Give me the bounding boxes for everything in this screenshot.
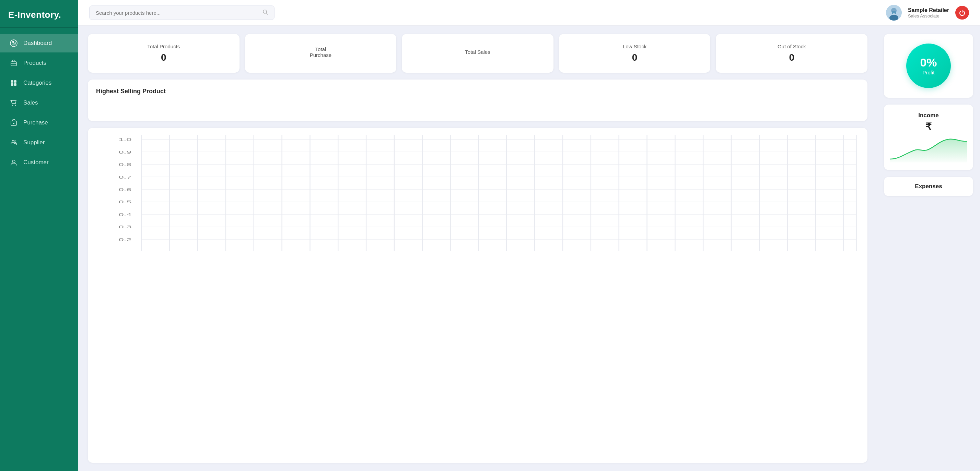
svg-text:0.6: 0.6: [118, 187, 131, 192]
sidebar-label-purchase: Purchase: [23, 119, 48, 126]
chart-container: 1.0 0.9 0.8 0.7 0.6 0.5 0.4 0.3 0.2: [95, 135, 861, 258]
svg-point-12: [14, 141, 16, 143]
user-role: Sales Associate: [908, 13, 949, 19]
svg-point-13: [12, 160, 15, 163]
content-area: Total Products 0 Total Purchase Total Sa…: [78, 26, 980, 471]
stat-card-low-stock: Low Stock 0: [559, 34, 711, 73]
sales-icon: [10, 99, 18, 106]
profit-label: Profit: [922, 70, 934, 75]
sidebar-item-customer[interactable]: Customer: [0, 153, 78, 172]
stat-cards: Total Products 0 Total Purchase Total Sa…: [88, 34, 867, 73]
header: Sample Retailer Sales Associate: [78, 0, 980, 26]
highest-selling-section: Highest Selling Product: [88, 79, 867, 121]
svg-text:0.9: 0.9: [118, 150, 131, 154]
sidebar-label-customer: Customer: [23, 159, 49, 166]
svg-rect-5: [11, 83, 13, 86]
stat-card-out-of-stock: Out of Stock 0: [716, 34, 867, 73]
sidebar-item-products[interactable]: Products: [0, 54, 78, 72]
svg-rect-4: [14, 80, 16, 82]
sidebar-label-dashboard: Dashboard: [23, 40, 52, 47]
sidebar-label-products: Products: [23, 60, 46, 67]
sidebar: E-Inventory. Dashboard Produc: [0, 0, 78, 471]
sidebar-nav: Dashboard Products Categori: [0, 28, 78, 178]
dashboard-icon: [10, 40, 18, 47]
svg-text:0.2: 0.2: [118, 238, 131, 242]
stat-card-total-sales: Total Sales: [402, 34, 554, 73]
avatar: [886, 5, 902, 21]
highest-selling-title: Highest Selling Product: [96, 88, 859, 95]
supplier-icon: [10, 139, 18, 146]
main-content: Sample Retailer Sales Associate Total Pr…: [78, 0, 980, 471]
search-input[interactable]: [96, 10, 259, 16]
sidebar-item-purchase[interactable]: Purchase: [0, 113, 78, 132]
svg-line-15: [266, 13, 268, 14]
chart-svg: 1.0 0.9 0.8 0.7 0.6 0.5 0.4 0.3 0.2: [95, 135, 861, 258]
svg-point-8: [15, 105, 16, 106]
svg-rect-1: [11, 62, 16, 66]
content-left: Total Products 0 Total Purchase Total Sa…: [78, 26, 877, 471]
income-card: Income ₹: [884, 105, 973, 170]
search-icon: [262, 9, 268, 16]
svg-text:1.0: 1.0: [118, 138, 131, 141]
svg-rect-6: [14, 83, 16, 86]
income-title: Income: [918, 112, 939, 119]
svg-point-7: [12, 105, 13, 106]
content-right: 0% Profit Income ₹: [877, 26, 980, 471]
svg-text:0.3: 0.3: [118, 225, 131, 229]
stat-card-total-products: Total Products 0: [88, 34, 240, 73]
svg-point-11: [12, 140, 14, 142]
total-products-value: 0: [161, 52, 166, 63]
svg-point-10: [13, 123, 14, 124]
user-info: Sample Retailer Sales Associate: [908, 7, 949, 19]
svg-text:0.5: 0.5: [118, 200, 131, 204]
profit-circle: 0% Profit: [906, 44, 951, 88]
search-bar[interactable]: [89, 5, 275, 20]
stat-card-total-purchase: Total Purchase: [245, 34, 397, 73]
out-of-stock-value: 0: [789, 52, 794, 63]
svg-text:0.4: 0.4: [118, 213, 131, 217]
sidebar-item-supplier[interactable]: Supplier: [0, 133, 78, 152]
header-right: Sample Retailer Sales Associate: [886, 5, 969, 21]
sidebar-label-sales: Sales: [23, 100, 38, 106]
expenses-title: Expenses: [915, 183, 942, 190]
purchase-icon: [10, 119, 18, 127]
sidebar-item-dashboard[interactable]: Dashboard: [0, 34, 78, 52]
products-icon: [10, 59, 18, 67]
low-stock-value: 0: [632, 52, 638, 63]
total-sales-label: Total Sales: [465, 49, 490, 55]
categories-icon: [10, 79, 18, 87]
profit-percent: 0%: [920, 57, 937, 68]
svg-text:0.8: 0.8: [118, 162, 131, 167]
expenses-card: Expenses: [884, 177, 973, 196]
income-value: ₹: [926, 121, 932, 132]
profit-card: 0% Profit: [884, 34, 973, 98]
total-products-label: Total Products: [147, 44, 180, 49]
app-logo: E-Inventory.: [0, 0, 78, 28]
income-chart-svg: [890, 135, 967, 162]
chart-card: 1.0 0.9 0.8 0.7 0.6 0.5 0.4 0.3 0.2: [88, 128, 867, 463]
sidebar-item-sales[interactable]: Sales: [0, 94, 78, 112]
sidebar-label-categories: Categories: [23, 79, 51, 86]
customer-icon: [10, 159, 18, 166]
user-name: Sample Retailer: [908, 7, 949, 13]
out-of-stock-label: Out of Stock: [778, 44, 806, 49]
svg-text:0.7: 0.7: [118, 175, 131, 179]
sidebar-item-categories[interactable]: Categories: [0, 74, 78, 92]
sidebar-label-supplier: Supplier: [23, 139, 45, 146]
low-stock-label: Low Stock: [623, 44, 646, 49]
total-purchase-label: Total Purchase: [310, 46, 331, 58]
power-button[interactable]: [955, 6, 969, 19]
svg-rect-3: [11, 80, 13, 82]
